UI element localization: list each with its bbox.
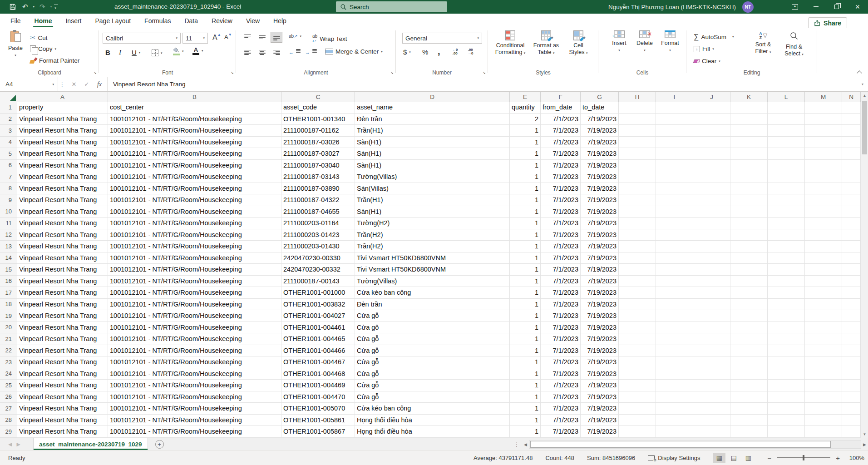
cell-D16[interactable]: Tường(Villas) [355,276,510,287]
cell-E29[interactable]: 1 [510,426,541,438]
zoom-slider[interactable] [777,457,830,458]
cell-K24[interactable] [730,368,768,380]
align-left-button[interactable] [242,47,253,58]
cell-D22[interactable]: Cửa gỗ [355,345,510,357]
cell-M12[interactable] [805,229,842,241]
cell-E3[interactable]: 1 [510,125,541,137]
sheet-tab-active[interactable]: asset_maintenance-20230719_1029 [33,438,148,450]
cell-B17[interactable]: 1001012101 - NT/RT/G/Room/Housekeeping [108,287,281,299]
tab-help[interactable]: Help [266,14,293,28]
cell-N28[interactable] [842,415,861,426]
cell-H26[interactable] [619,391,656,403]
tab-view[interactable]: View [239,14,266,28]
alignment-dialog-launcher-icon[interactable]: ↘ [390,70,394,75]
cell-L25[interactable] [768,380,805,391]
cell-C20[interactable]: OTHER1001-004461 [281,322,355,334]
cell-D17[interactable]: Cửa kéo ban công [355,287,510,299]
column-header-K[interactable]: K [730,92,768,102]
middle-align-button[interactable] [256,32,268,43]
column-header-B[interactable]: B [108,92,281,102]
row-header-14[interactable]: 14 [0,252,17,264]
name-box-resize-handle[interactable]: ⋮ [58,77,66,91]
cell-D7[interactable]: Tường(Villas) [355,171,510,183]
cell-I22[interactable] [656,345,693,357]
column-header-F[interactable]: F [541,92,581,102]
cell-J4[interactable] [693,137,730,148]
row-header-13[interactable]: 13 [0,241,17,252]
cell-A9[interactable]: Vinpearl Resort Nha Trang [17,194,108,206]
format-as-table-button[interactable]: Format as Table ▾ [530,30,562,56]
borders-button[interactable]: ▾ [152,49,163,56]
cell-K12[interactable] [730,229,768,241]
minimize-button[interactable] [805,0,826,14]
orientation-button[interactable]: ab↗▾ [289,34,301,39]
column-header-E[interactable]: E [510,92,541,102]
cell-H2[interactable] [619,114,656,125]
cell-L13[interactable] [768,241,805,252]
cell-N21[interactable] [842,333,861,345]
cell-N25[interactable] [842,380,861,391]
row-header-27[interactable]: 27 [0,403,17,415]
tab-file[interactable]: File [4,14,28,28]
insert-function-icon[interactable]: fx [94,81,105,88]
cell-I5[interactable] [656,148,693,160]
clear-button[interactable]: Clear ▾ [694,58,720,64]
cell-L7[interactable] [768,171,805,183]
cell-M23[interactable] [805,356,842,368]
cell-C3[interactable]: 2111000187-01162 [281,125,355,137]
cell-C22[interactable]: OTHER1001-004466 [281,345,355,357]
cell-G6[interactable]: 7/19/2023 [581,160,619,172]
cell-K22[interactable] [730,345,768,357]
cell-I7[interactable] [656,171,693,183]
cell-H18[interactable] [619,299,656,311]
cell-G19[interactable]: 7/19/2023 [581,310,619,322]
cell-L18[interactable] [768,299,805,311]
cell-A2[interactable]: Vinpearl Resort Nha Trang [17,114,108,125]
cell-D19[interactable]: Cửa gỗ [355,310,510,322]
format-cells-button[interactable]: Format ▾ [658,30,682,54]
cell-H12[interactable] [619,229,656,241]
cell-B14[interactable]: 1001012101 - NT/RT/G/Room/Housekeeping [108,252,281,264]
share-button[interactable]: Share [808,17,847,29]
cell-F5[interactable]: 7/1/2023 [541,148,581,160]
cell-G2[interactable]: 7/19/2023 [581,114,619,125]
cell-E17[interactable]: 1 [510,287,541,299]
cell-I28[interactable] [656,415,693,426]
cell-E22[interactable]: 1 [510,345,541,357]
cell-G15[interactable]: 7/19/2023 [581,264,619,276]
cell-I16[interactable] [656,276,693,287]
cell-F12[interactable]: 7/1/2023 [541,229,581,241]
font-dialog-launcher-icon[interactable]: ↘ [230,70,234,75]
cell-I4[interactable] [656,137,693,148]
save-icon[interactable] [7,1,18,12]
cell-L9[interactable] [768,194,805,206]
expand-formula-bar-icon[interactable]: ▾ [857,77,868,91]
row-header-26[interactable]: 26 [0,391,17,403]
row-header-25[interactable]: 25 [0,380,17,391]
row-header-17[interactable]: 17 [0,287,17,299]
cell-C1[interactable]: asset_code [281,102,355,114]
number-format-select[interactable]: General▾ [402,33,482,44]
cell-L1[interactable] [768,102,805,114]
cell-B2[interactable]: 1001012101 - NT/RT/G/Room/Housekeeping [108,114,281,125]
cell-C13[interactable]: 2111000203-01430 [281,241,355,252]
cell-N29[interactable] [842,426,861,438]
cell-N1[interactable] [842,102,861,114]
cell-J19[interactable] [693,310,730,322]
cell-I6[interactable] [656,160,693,172]
cell-G28[interactable]: 7/19/2023 [581,415,619,426]
cell-M1[interactable] [805,102,842,114]
cell-E28[interactable]: 1 [510,415,541,426]
cell-J6[interactable] [693,160,730,172]
cell-I14[interactable] [656,252,693,264]
cell-G24[interactable]: 7/19/2023 [581,368,619,380]
cell-H9[interactable] [619,194,656,206]
cell-M29[interactable] [805,426,842,438]
cell-F28[interactable]: 7/1/2023 [541,415,581,426]
zoom-slider-thumb[interactable] [803,455,804,460]
cell-A17[interactable]: Vinpearl Resort Nha Trang [17,287,108,299]
cell-N12[interactable] [842,229,861,241]
cell-K29[interactable] [730,426,768,438]
cell-C12[interactable]: 2111000203-01423 [281,229,355,241]
cell-K23[interactable] [730,356,768,368]
